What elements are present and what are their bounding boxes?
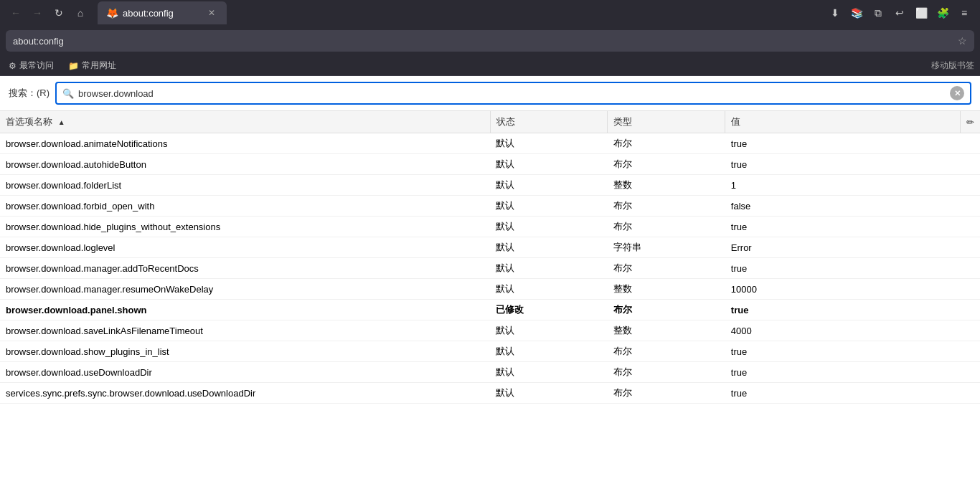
tab-label: about:config: [123, 8, 201, 19]
search-input-wrap: 🔍 ✕: [55, 82, 971, 105]
pref-status: 默认: [490, 258, 608, 279]
download-button[interactable]: ⬇: [825, 3, 845, 23]
pref-edit-button[interactable]: [961, 154, 981, 175]
tab-bar: ← → ↻ ⌂ 🦊 about:config ✕ ⬇ 📚 ⧉ ↩ ⬜ 🧩 ≡: [0, 0, 980, 26]
pref-edit-button[interactable]: [961, 237, 981, 258]
pref-type: 布尔: [608, 133, 725, 154]
address-bar[interactable]: about:config ☆: [6, 30, 974, 52]
back-button[interactable]: ←: [6, 3, 26, 23]
library-button[interactable]: 📚: [847, 3, 867, 23]
pref-name: services.sync.prefs.sync.browser.downloa…: [0, 383, 490, 404]
col-header-name[interactable]: 首选项名称 ▲: [0, 111, 490, 133]
bookmark-star-button[interactable]: ☆: [958, 35, 967, 47]
col-header-status[interactable]: 状态: [490, 111, 608, 133]
search-clear-button[interactable]: ✕: [950, 86, 964, 100]
bookmark-frequent[interactable]: ⚙ 最常访问: [6, 58, 57, 73]
search-input[interactable]: [78, 88, 946, 99]
col-header-action: ✏: [961, 111, 981, 133]
extensions-button[interactable]: 🧩: [933, 3, 953, 23]
pref-name: browser.download.useDownloadDir: [0, 362, 490, 383]
menu-button[interactable]: ≡: [954, 3, 974, 23]
pref-status: 默认: [490, 279, 608, 300]
col-header-value[interactable]: 值: [725, 111, 961, 133]
pref-name: browser.download.forbid_open_with: [0, 196, 490, 217]
pref-type: 布尔: [608, 217, 725, 237]
pref-value: true: [725, 154, 961, 175]
pref-value: 10000: [725, 279, 961, 300]
pref-edit-button[interactable]: [961, 133, 981, 154]
address-bar-text: about:config: [13, 36, 953, 47]
toolbar-icons: ⬇ 📚 ⧉ ↩ ⬜ 🧩 ≡: [825, 3, 974, 23]
pref-edit-button[interactable]: [961, 320, 981, 341]
pref-value: 4000: [725, 320, 961, 341]
pref-edit-button[interactable]: [961, 341, 981, 362]
pref-edit-button[interactable]: [961, 383, 981, 404]
bookmark-common[interactable]: 📁 常用网址: [65, 58, 119, 73]
table-header-row: 首选项名称 ▲ 状态 类型 值 ✏: [0, 111, 980, 133]
pref-edit-button[interactable]: [961, 217, 981, 237]
home-button[interactable]: ⌂: [70, 3, 90, 23]
table-row[interactable]: browser.download.manager.resumeOnWakeDel…: [0, 279, 980, 300]
pref-edit-button[interactable]: [961, 300, 981, 320]
undo-button[interactable]: ↩: [890, 3, 910, 23]
synced-tabs-button[interactable]: ⧉: [868, 3, 888, 23]
pref-type: 布尔: [608, 383, 725, 404]
pref-type: 整数: [608, 279, 725, 300]
browser-chrome: ← → ↻ ⌂ 🦊 about:config ✕ ⬇ 📚 ⧉ ↩ ⬜ 🧩 ≡ a…: [0, 0, 980, 76]
mobile-bookmarks[interactable]: 移动版书签: [931, 60, 974, 72]
table-row[interactable]: browser.download.forbid_open_with默认布尔fal…: [0, 196, 980, 217]
address-bar-row: about:config ☆: [0, 26, 980, 56]
pref-type: 布尔: [608, 362, 725, 383]
bookmark-common-label: 常用网址: [82, 60, 116, 72]
reload-button[interactable]: ↻: [49, 3, 69, 23]
pref-status: 已修改: [490, 300, 608, 320]
pref-value: false: [725, 196, 961, 217]
pref-edit-button[interactable]: [961, 175, 981, 196]
tab-close-button[interactable]: ✕: [205, 6, 218, 19]
screenshot-button[interactable]: ⬜: [911, 3, 931, 23]
pref-status: 默认: [490, 133, 608, 154]
pref-name: browser.download.saveLinkAsFilenameTimeo…: [0, 320, 490, 341]
pref-name: browser.download.manager.resumeOnWakeDel…: [0, 279, 490, 300]
table-body: browser.download.animateNotifications默认布…: [0, 133, 980, 404]
pref-edit-button[interactable]: [961, 362, 981, 383]
pref-name: browser.download.panel.shown: [0, 300, 490, 320]
table-row[interactable]: browser.download.loglevel默认字符串Error: [0, 237, 980, 258]
pref-edit-button[interactable]: [961, 258, 981, 279]
pref-status: 默认: [490, 383, 608, 404]
pref-edit-button[interactable]: [961, 279, 981, 300]
sort-arrow: ▲: [58, 118, 65, 126]
search-label: 搜索：(R): [9, 87, 50, 100]
table-row[interactable]: browser.download.panel.shown已修改布尔true: [0, 300, 980, 320]
active-tab[interactable]: 🦊 about:config ✕: [98, 1, 227, 24]
pref-type: 整数: [608, 175, 725, 196]
table-row[interactable]: browser.download.hide_plugins_without_ex…: [0, 217, 980, 237]
pref-status: 默认: [490, 362, 608, 383]
search-icon: 🔍: [62, 88, 74, 99]
table-row[interactable]: browser.download.animateNotifications默认布…: [0, 133, 980, 154]
col-header-type[interactable]: 类型: [608, 111, 725, 133]
pref-name: browser.download.folderList: [0, 175, 490, 196]
pref-name: browser.download.loglevel: [0, 237, 490, 258]
pref-status: 默认: [490, 320, 608, 341]
pref-value: true: [725, 362, 961, 383]
pref-name: browser.download.hide_plugins_without_ex…: [0, 217, 490, 237]
pref-edit-button[interactable]: [961, 196, 981, 217]
table-row[interactable]: browser.download.saveLinkAsFilenameTimeo…: [0, 320, 980, 341]
pref-value: true: [725, 258, 961, 279]
forward-button[interactable]: →: [27, 3, 47, 23]
mobile-bookmarks-label: 移动版书签: [931, 60, 974, 70]
pref-status: 默认: [490, 196, 608, 217]
pref-status: 默认: [490, 154, 608, 175]
table-row[interactable]: services.sync.prefs.sync.browser.downloa…: [0, 383, 980, 404]
pref-value: Error: [725, 237, 961, 258]
tab-firefox-icon: 🦊: [106, 7, 118, 19]
pref-value: true: [725, 217, 961, 237]
table-row[interactable]: browser.download.folderList默认整数1: [0, 175, 980, 196]
table-row[interactable]: browser.download.autohideButton默认布尔true: [0, 154, 980, 175]
pref-value: true: [725, 133, 961, 154]
pref-type: 字符串: [608, 237, 725, 258]
table-row[interactable]: browser.download.useDownloadDir默认布尔true: [0, 362, 980, 383]
table-row[interactable]: browser.download.show_plugins_in_list默认布…: [0, 341, 980, 362]
table-row[interactable]: browser.download.manager.addToRecentDocs…: [0, 258, 980, 279]
